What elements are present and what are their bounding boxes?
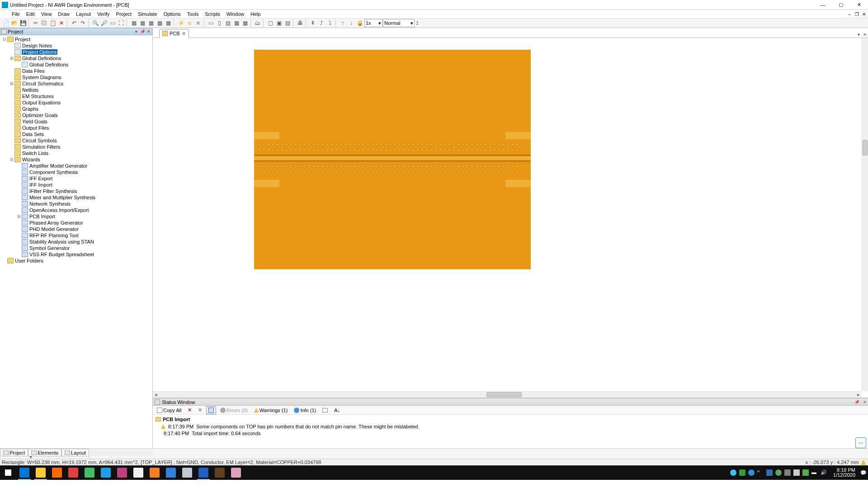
filter-toggle-button[interactable]: [206, 406, 216, 414]
lock-icon[interactable]: 🔒: [356, 19, 364, 27]
menu-verify[interactable]: Verify: [94, 11, 113, 17]
menu-project[interactable]: Project: [113, 11, 134, 17]
tree-item[interactable]: Phased Array Generator: [0, 220, 152, 226]
taskbar-app[interactable]: [163, 465, 179, 480]
tree-item[interactable]: EM Structures: [0, 93, 152, 99]
undo-icon[interactable]: ↶: [70, 19, 78, 27]
taskbar-app[interactable]: [81, 465, 98, 480]
tree-item[interactable]: Component Synthesis: [0, 169, 152, 175]
tray-icon[interactable]: [784, 469, 791, 476]
tree-item[interactable]: IFF Export: [0, 175, 152, 182]
tree-item[interactable]: Yield Goals: [0, 118, 152, 125]
taskbar-app[interactable]: [130, 465, 146, 480]
tree-item[interactable]: IFF Import: [0, 182, 152, 188]
copy-all-button[interactable]: Copy All: [155, 406, 184, 414]
menu-help[interactable]: Help: [248, 11, 264, 17]
taskbar-app[interactable]: [33, 465, 49, 480]
delete-icon[interactable]: ✕: [57, 19, 66, 27]
menu-layout[interactable]: Layout: [73, 11, 94, 17]
tree-item[interactable]: Amplifier Model Generator: [0, 163, 152, 169]
tree-item[interactable]: Network Synthesis: [0, 201, 152, 207]
pcb-canvas[interactable]: ◂ ▸: [153, 38, 868, 398]
copy-icon[interactable]: ⿻: [40, 19, 48, 27]
menu-simulate[interactable]: Simulate: [135, 11, 160, 17]
tree-item[interactable]: Optimizer Goals: [0, 112, 152, 118]
tray-up-icon[interactable]: ^: [757, 469, 764, 476]
h-scroll-left-icon[interactable]: ◂: [153, 392, 159, 398]
tree-item[interactable]: iFilter Filter Synthesis: [0, 188, 152, 194]
maximize-button[interactable]: ▢: [832, 0, 850, 10]
tb-icon-l[interactable]: ▢: [266, 19, 274, 27]
tree-item[interactable]: Design Notes: [0, 42, 152, 49]
tree-item[interactable]: Circuit Symbols: [0, 137, 152, 144]
tree-item[interactable]: Data Sets: [0, 131, 152, 137]
tree-item[interactable]: ⊞PCB Import: [0, 213, 152, 220]
clear-button[interactable]: ✕: [185, 406, 194, 414]
h-scroll-right-icon[interactable]: ▸: [855, 392, 862, 398]
status-pin-button[interactable]: 📌: [854, 400, 860, 404]
h-scroll-thumb[interactable]: [486, 392, 522, 397]
minimize-button[interactable]: —: [814, 0, 832, 10]
status-messages[interactable]: PCB Import 8:17:39 PMSome components on …: [153, 415, 868, 448]
tray-icon[interactable]: [802, 469, 809, 476]
menu-window[interactable]: Window: [224, 11, 247, 17]
zoom-dropdown[interactable]: 1x▾: [364, 19, 382, 27]
mdi-close-button[interactable]: ✕: [861, 11, 867, 17]
zoom-mode-dropdown[interactable]: Normal▾: [383, 19, 415, 27]
zoom-fit-icon[interactable]: ⛶: [117, 19, 125, 27]
tree-item[interactable]: RFP RF Planning Tool: [0, 232, 152, 239]
save-icon[interactable]: 💾: [19, 19, 27, 27]
simulate-icon[interactable]: ⚡: [177, 19, 185, 27]
panel-dropdown-button[interactable]: ▾: [133, 28, 139, 35]
panel-pin-button[interactable]: 📌: [139, 28, 146, 35]
tree-item[interactable]: Output Equations: [0, 99, 152, 106]
horizontal-scrollbar[interactable]: ◂ ▸: [153, 391, 862, 398]
menu-tools[interactable]: Tools: [184, 11, 202, 17]
tree-item[interactable]: Output Files: [0, 125, 152, 131]
tree-item[interactable]: Symbol Generator: [0, 245, 152, 251]
tb-icon-f[interactable]: ≡: [194, 19, 202, 27]
paste-icon[interactable]: 📋: [49, 19, 57, 27]
tree-item[interactable]: VSS RF Budget Spreadsheet: [0, 251, 152, 258]
tb-icon-a[interactable]: ▦: [130, 19, 138, 27]
expand-icon[interactable]: ⊞: [16, 214, 22, 219]
zoom-in-icon[interactable]: 🔍: [91, 19, 99, 27]
clear-filter-button[interactable]: ✕: [196, 406, 204, 414]
tab-pcb[interactable]: PCB ✕: [159, 29, 189, 38]
tree-item[interactable]: Netlists: [0, 87, 152, 93]
tree-item[interactable]: ⊟Wizards: [0, 156, 152, 163]
tray-icon[interactable]: [775, 469, 782, 476]
tree-item[interactable]: Project Options: [0, 49, 152, 55]
print-icon[interactable]: 🖶: [296, 19, 304, 27]
tb-icon-j[interactable]: ▦: [232, 19, 241, 27]
taskbar-app[interactable]: [146, 465, 163, 480]
cut-icon[interactable]: ✂: [32, 19, 40, 27]
panel-tab-project[interactable]: Project: [0, 449, 28, 456]
project-tree[interactable]: ⊟ProjectDesign NotesProject Options⊞Glob…: [0, 35, 152, 448]
tree-item[interactable]: Graphs: [0, 106, 152, 112]
tray-icon[interactable]: [793, 469, 800, 476]
tray-network-icon[interactable]: ▬: [811, 469, 818, 476]
tray-volume-icon[interactable]: 🔊: [821, 469, 827, 476]
sort-button[interactable]: A↓: [332, 406, 342, 414]
warnings-filter-button[interactable]: Warnings (1): [252, 406, 290, 414]
tree-item[interactable]: User Folders: [0, 258, 152, 264]
mdi-restore-button[interactable]: ❐: [854, 11, 860, 17]
up-icon[interactable]: ↑: [339, 19, 347, 27]
tb-icon-o[interactable]: ⇞: [309, 19, 317, 27]
tb-icon-b[interactable]: ▦: [138, 19, 146, 27]
errors-filter-button[interactable]: Errors (0): [218, 406, 250, 414]
v-scroll-thumb[interactable]: [863, 140, 868, 155]
tray-icon[interactable]: [739, 469, 745, 476]
menu-view[interactable]: View: [38, 11, 55, 17]
redo-icon[interactable]: ↷: [79, 19, 87, 27]
taskbar-app[interactable]: [98, 465, 114, 480]
tree-item[interactable]: Stability Analysis using STAN: [0, 239, 152, 245]
info-filter-button[interactable]: Info (1): [292, 406, 318, 414]
panel-tab-layout[interactable]: Layout: [61, 449, 89, 456]
tb-icon-i[interactable]: ▤: [224, 19, 232, 27]
taskbar-app[interactable]: [228, 465, 244, 480]
tree-item[interactable]: ⊞Circuit Schematics: [0, 80, 152, 87]
tune-icon[interactable]: ⎋: [185, 19, 193, 27]
close-button[interactable]: ✕: [850, 0, 868, 10]
